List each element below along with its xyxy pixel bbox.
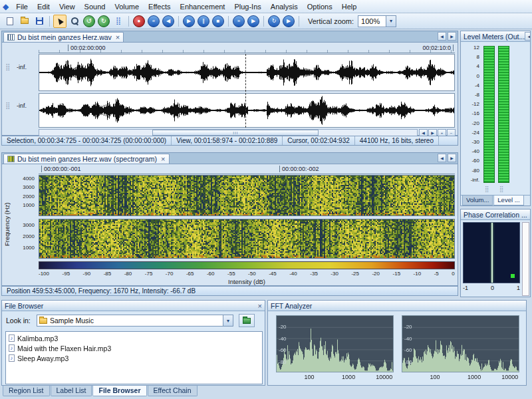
menu-item[interactable]: Options [303, 1, 337, 13]
fft-titlebar: FFT Analyzer [268, 301, 526, 311]
fft-canvas-right [402, 316, 519, 372]
fft-xtick-label: 100 [430, 374, 440, 380]
level-meter-right [498, 46, 509, 183]
chevron-down-icon[interactable]: ▾ [223, 315, 233, 326]
intensity-tick-label: -90 [83, 271, 91, 277]
spectrogram-strip-left[interactable] [39, 175, 455, 216]
fft-plot-right: -20-40-60-80 [402, 315, 519, 372]
wave-status-bar: Selection, 00:00:34:725 - 00:00:34:725 (… [1, 136, 458, 146]
panel-scroll-left-icon[interactable]: ◀ [525, 32, 530, 41]
intensity-tick-label: -60 [207, 271, 215, 277]
left-channel-db-label: -inf. [17, 64, 27, 70]
channel-grip-icon[interactable]: ⣿ [5, 102, 10, 109]
intensity-tick-label: -40 [289, 271, 297, 277]
menu-item[interactable]: Volume [110, 1, 144, 13]
time-ruler[interactable]: 00:02:00:000 00:02:10:0 [39, 44, 455, 53]
spectrogram-strip-right[interactable] [39, 219, 455, 259]
menu-item[interactable]: Sound [80, 1, 110, 13]
dock-tab[interactable]: Region List [3, 386, 50, 396]
chevron-down-icon[interactable]: ▾ [386, 16, 396, 27]
file-list-item[interactable]: ♪ Sleep Away.mp3 [6, 353, 262, 363]
vertical-zoom-select[interactable]: 100% ▾ [358, 15, 396, 27]
dock-tab[interactable]: File Browser [92, 386, 146, 396]
fft-xticks: 100100010000 [276, 374, 394, 382]
stop-button[interactable]: ■ [212, 15, 224, 27]
menu-item[interactable]: File [11, 1, 33, 13]
tab-scroll-left-icon[interactable]: ◀ [438, 154, 446, 162]
forward-button[interactable]: » [233, 15, 245, 27]
loop-playback-button[interactable]: ↻ [268, 15, 280, 27]
waveform-icon [7, 34, 15, 41]
fft-ytick-label: -20 [404, 324, 412, 330]
close-icon[interactable]: × [116, 33, 120, 41]
go-to-end-button[interactable]: ▶ [247, 15, 259, 27]
waveform-canvas-left [39, 55, 454, 90]
spectrogram-time-ruler[interactable]: 00:00:00:-001 00:00:00:-002 [39, 166, 455, 174]
meter-scale-label: -inf. [471, 178, 479, 183]
go-to-start-button[interactable]: « [148, 15, 160, 27]
menu-item[interactable]: Plug-Ins [229, 1, 265, 13]
fft-yticks: -20-40-60-80 [279, 324, 287, 365]
music-file-icon: ♪ [9, 354, 15, 362]
waveform-channel-right[interactable] [39, 93, 455, 128]
meter-tab[interactable]: Volum... [462, 196, 493, 205]
grid-icon: ⣿ [116, 17, 121, 25]
channel-grip-icon[interactable]: ⣿ [5, 64, 10, 70]
fft-ytick-label: -60 [279, 347, 287, 353]
fft-xtick-label: 10000 [501, 374, 518, 380]
fft-title: FFT Analyzer [271, 302, 312, 310]
menu-item[interactable]: Analysis [266, 1, 303, 13]
waveform-channel-left[interactable] [39, 54, 455, 91]
spec-time-label: 00:00:00:-001 [41, 166, 81, 172]
meter-scale-label: -8 [475, 92, 479, 98]
tab-scroll-right-icon[interactable]: ▶ [448, 32, 456, 41]
scrollbar-thumb[interactable]: III [152, 130, 319, 136]
magnify-tool-button[interactable] [68, 15, 81, 28]
meter-tab[interactable]: Level ... [493, 196, 523, 205]
menu-item[interactable]: Enhancement [176, 1, 230, 13]
file-name: Kalimba.mp3 [17, 334, 58, 342]
file-list-item[interactable]: ♪ Kalimba.mp3 [6, 333, 262, 343]
meter-grip-icon[interactable]: ⣿ [485, 186, 489, 192]
menu-item[interactable]: Edit [33, 1, 55, 13]
folder-up-button[interactable] [239, 314, 255, 327]
file-list-item[interactable]: ♪ Maid with the Flaxen Hair.mp3 [6, 343, 262, 353]
play-button[interactable]: ▶ [183, 15, 195, 27]
close-icon[interactable]: × [258, 302, 262, 310]
new-file-button[interactable] [3, 15, 17, 28]
save-file-button[interactable] [33, 15, 46, 28]
meter-scale-label: -24 [471, 130, 479, 136]
edit-tool-button[interactable] [53, 15, 66, 28]
menu-item[interactable]: Help [337, 1, 362, 13]
workspace-layout-button[interactable]: ⣿ [112, 15, 125, 28]
dock-tab[interactable]: Effect Chain [148, 386, 198, 396]
menu-item[interactable]: Effects [144, 1, 175, 13]
dock-tab[interactable]: Label List [51, 386, 92, 396]
tab-scroll-right-icon[interactable]: ▶ [448, 154, 456, 162]
toolbar-separator [128, 16, 129, 27]
rewind-button[interactable]: ◀ [162, 15, 174, 27]
meter-grip-icon[interactable]: ⣿ [499, 186, 504, 192]
intensity-tick-label: -70 [166, 271, 174, 277]
record-button[interactable]: ● [133, 15, 145, 27]
fft-xtick-label: 10000 [376, 374, 392, 380]
pause-button[interactable]: ∥ [198, 15, 209, 27]
menu-item[interactable]: View [55, 1, 80, 13]
toolbar-separator [49, 16, 50, 27]
tab-scroll-left-icon[interactable]: ◀ [438, 32, 446, 41]
file-browser-titlebar: File Browser × [2, 301, 265, 311]
tab-spectrogram[interactable]: Du bist mein ganzes Herz.wav (spectrogra… [3, 154, 170, 164]
waveform-canvas-right [39, 94, 454, 127]
menu-bar: ◆ FileEditViewSoundVolumeEffectsEnhancem… [0, 0, 532, 13]
fft-ytick-label: -80 [279, 359, 287, 365]
frequency-ticks-top: 4000300020001000 [18, 175, 37, 212]
look-in-select[interactable]: Sample Music ▾ [37, 315, 233, 327]
redo-button[interactable]: ↻ [98, 15, 110, 27]
play-all-button[interactable]: ▶ [283, 15, 295, 27]
panel-nav: ◀ ▶ [525, 31, 530, 42]
open-file-button[interactable] [18, 15, 31, 28]
tab-wave-file[interactable]: Du bist mein ganzes Herz.wav × [3, 32, 124, 42]
close-icon[interactable]: × [161, 155, 165, 163]
undo-button[interactable]: ↺ [83, 15, 95, 27]
phase-axis: -101 [463, 285, 520, 291]
